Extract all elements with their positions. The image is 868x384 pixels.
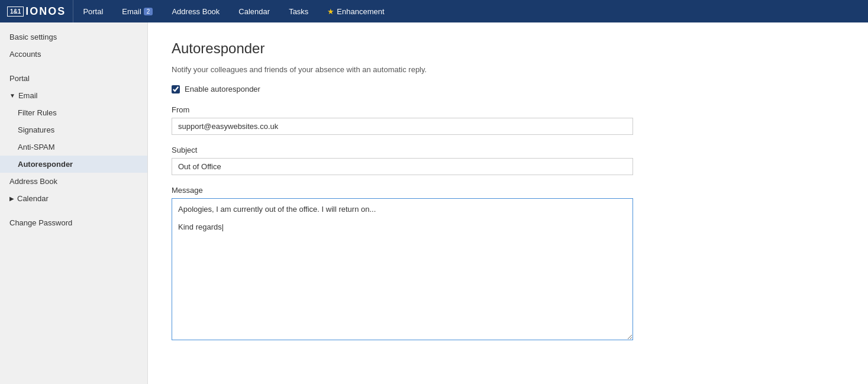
sidebar-item-email[interactable]: ▼ Email <box>0 87 147 104</box>
navbar-item-tasks[interactable]: Tasks <box>279 0 318 22</box>
from-input[interactable] <box>172 118 633 135</box>
navbar-label-email: Email <box>122 7 141 16</box>
layout: Basic settings Accounts Portal ▼ Email F… <box>0 22 868 384</box>
sidebar: Basic settings Accounts Portal ▼ Email F… <box>0 22 148 384</box>
navbar-label-enhancement: Enhancement <box>337 7 384 16</box>
navbar-item-portal[interactable]: Portal <box>73 0 112 22</box>
sidebar-label-autoresponder: Autoresponder <box>18 160 73 169</box>
star-icon: ★ <box>327 7 334 16</box>
from-field-group: From <box>172 105 844 135</box>
subject-field-group: Subject <box>172 146 844 175</box>
page-description: Notify your colleagues and friends of yo… <box>172 65 844 74</box>
navbar-item-calendar[interactable]: Calendar <box>229 0 279 22</box>
sidebar-label-change-password: Change Password <box>9 218 72 227</box>
sidebar-label-basic-settings: Basic settings <box>9 33 57 41</box>
email-badge: 2 <box>144 8 153 15</box>
navbar-label-address-book: Address Book <box>172 7 220 16</box>
navbar-item-enhancement[interactable]: ★ Enhancement <box>318 0 393 22</box>
sidebar-label-portal: Portal <box>9 74 30 83</box>
navbar-label-portal: Portal <box>83 7 103 16</box>
sidebar-label-calendar: Calendar <box>17 194 49 203</box>
page-title: Autoresponder <box>172 40 844 57</box>
sidebar-label-signatures: Signatures <box>18 125 54 134</box>
sidebar-label-address-book: Address Book <box>9 177 57 186</box>
enable-autoresponder-label: Enable autoresponder <box>185 85 260 93</box>
navbar-label-calendar: Calendar <box>238 7 270 16</box>
sidebar-label-anti-spam: Anti-SPAM <box>18 143 55 151</box>
navbar-items: Portal Email 2 Address Book Calendar Tas… <box>73 0 393 22</box>
sidebar-item-change-password[interactable]: Change Password <box>0 214 147 231</box>
enable-autoresponder-checkbox[interactable] <box>172 85 180 93</box>
sidebar-item-basic-settings[interactable]: Basic settings <box>0 28 147 46</box>
sidebar-item-anti-spam[interactable]: Anti-SPAM <box>0 138 147 156</box>
sidebar-label-filter-rules: Filter Rules <box>18 108 57 117</box>
sidebar-label-email: Email <box>18 91 38 100</box>
navbar: 1&1 IONOS Portal Email 2 Address Book Ca… <box>0 0 868 22</box>
message-field-group: Message Apologies, I am currently out of… <box>172 186 844 342</box>
message-textarea[interactable]: Apologies, I am currently out of the off… <box>172 198 633 340</box>
sidebar-divider-2 <box>0 207 147 214</box>
sidebar-item-signatures[interactable]: Signatures <box>0 121 147 138</box>
sidebar-label-accounts: Accounts <box>9 50 41 59</box>
sidebar-divider-1 <box>0 63 147 70</box>
message-label: Message <box>172 186 844 195</box>
from-label: From <box>172 105 844 114</box>
navbar-item-address-book[interactable]: Address Book <box>162 0 229 22</box>
chevron-right-icon: ▶ <box>9 195 14 202</box>
sidebar-item-address-book[interactable]: Address Book <box>0 173 147 190</box>
sidebar-item-filter-rules[interactable]: Filter Rules <box>0 104 147 121</box>
subject-label: Subject <box>172 146 844 154</box>
sidebar-item-calendar[interactable]: ▶ Calendar <box>0 190 147 207</box>
logo-box: 1&1 <box>7 7 24 17</box>
navbar-item-email[interactable]: Email 2 <box>112 0 162 22</box>
subject-input[interactable] <box>172 158 633 175</box>
sidebar-item-portal[interactable]: Portal <box>0 70 147 87</box>
navbar-label-tasks: Tasks <box>289 7 308 16</box>
sidebar-item-accounts[interactable]: Accounts <box>0 46 147 63</box>
sidebar-item-autoresponder[interactable]: Autoresponder <box>0 156 147 173</box>
main-content: Autoresponder Notify your colleagues and… <box>148 22 868 384</box>
chevron-down-icon: ▼ <box>9 92 15 99</box>
logo[interactable]: 1&1 IONOS <box>0 0 73 22</box>
logo-text: IONOS <box>25 5 66 18</box>
enable-autoresponder-row: Enable autoresponder <box>172 85 844 93</box>
